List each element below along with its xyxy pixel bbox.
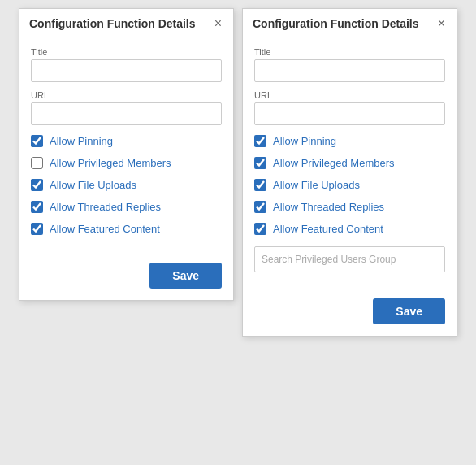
dialog-2-title-label: Title: [254, 47, 445, 57]
dialog-1: Configuration Function Details × Title U…: [19, 8, 234, 301]
dialog-1-body: Title URL Allow Pinning Allow Privileged…: [19, 37, 233, 254]
dialog-2-allow-featured-content-label[interactable]: Allow Featured Content: [273, 223, 383, 235]
dialog-1-title-field: Title: [31, 47, 222, 82]
dialog-2-allow-featured-content: Allow Featured Content: [254, 223, 445, 235]
dialog-2-search-privileged-input[interactable]: [254, 246, 445, 272]
dialog-1-allow-threaded-replies: Allow Threaded Replies: [31, 201, 222, 213]
dialog-2-header: Configuration Function Details ×: [243, 9, 457, 37]
dialog-2-allow-file-uploads-label[interactable]: Allow File Uploads: [273, 179, 360, 191]
dialog-1-allow-file-uploads-checkbox[interactable]: [31, 179, 43, 191]
dialog-2: Configuration Function Details × Title U…: [242, 8, 457, 337]
dialog-1-allow-threaded-replies-label[interactable]: Allow Threaded Replies: [50, 201, 161, 213]
dialog-2-save-button[interactable]: Save: [373, 298, 445, 324]
dialog-2-allow-threaded-replies-checkbox[interactable]: [254, 201, 266, 213]
dialog-2-allow-pinning-checkbox[interactable]: [254, 135, 266, 147]
dialog-2-allow-pinning-label[interactable]: Allow Pinning: [273, 135, 336, 147]
dialog-2-footer: Save: [243, 290, 457, 336]
dialog-1-url-label: URL: [31, 90, 222, 100]
dialog-1-allow-privileged-checkbox[interactable]: [31, 157, 43, 169]
dialog-2-url-input[interactable]: [254, 102, 445, 125]
dialog-1-allow-file-uploads-label[interactable]: Allow File Uploads: [50, 179, 136, 191]
dialog-2-allow-threaded-replies: Allow Threaded Replies: [254, 201, 445, 213]
dialog-1-allow-privileged: Allow Privileged Members: [31, 157, 222, 169]
dialog-2-allow-privileged-checkbox[interactable]: [254, 157, 266, 169]
dialog-2-title-field: Title: [254, 47, 445, 82]
dialog-2-allow-featured-content-checkbox[interactable]: [254, 223, 266, 235]
dialog-2-close-button[interactable]: ×: [436, 17, 447, 30]
dialog-2-title: Configuration Function Details: [253, 17, 419, 30]
dialog-2-url-field: URL: [254, 90, 445, 125]
dialog-2-allow-threaded-replies-label[interactable]: Allow Threaded Replies: [273, 201, 384, 213]
dialog-2-allow-file-uploads: Allow File Uploads: [254, 179, 445, 191]
dialog-1-url-input[interactable]: [31, 102, 222, 125]
dialog-1-title-input[interactable]: [31, 59, 222, 82]
dialog-1-allow-featured-content-label[interactable]: Allow Featured Content: [50, 223, 160, 235]
dialog-1-allow-featured-content: Allow Featured Content: [31, 223, 222, 235]
dialog-2-url-label: URL: [254, 90, 445, 100]
dialog-2-title-input[interactable]: [254, 59, 445, 82]
dialog-1-allow-pinning-checkbox[interactable]: [31, 135, 43, 147]
dialog-1-allow-pinning: Allow Pinning: [31, 135, 222, 147]
dialog-2-allow-file-uploads-checkbox[interactable]: [254, 179, 266, 191]
dialog-1-url-field: URL: [31, 90, 222, 125]
dialog-1-allow-featured-content-checkbox[interactable]: [31, 223, 43, 235]
dialog-1-close-button[interactable]: ×: [213, 17, 223, 30]
dialog-1-header: Configuration Function Details ×: [19, 9, 233, 37]
dialog-2-body: Title URL Allow Pinning Allow Privileged…: [243, 37, 457, 290]
dialog-1-title: Configuration Function Details: [29, 17, 196, 30]
dialog-2-search-field: [254, 246, 445, 272]
dialog-1-footer: Save: [19, 254, 233, 300]
dialog-1-allow-privileged-label[interactable]: Allow Privileged Members: [50, 157, 171, 169]
dialog-2-allow-privileged: Allow Privileged Members: [254, 157, 445, 169]
dialog-1-allow-file-uploads: Allow File Uploads: [31, 179, 222, 191]
dialog-1-title-label: Title: [31, 47, 222, 57]
dialog-1-save-button[interactable]: Save: [149, 263, 222, 289]
dialog-1-allow-threaded-replies-checkbox[interactable]: [31, 201, 43, 213]
dialog-2-allow-privileged-label[interactable]: Allow Privileged Members: [273, 157, 395, 169]
dialog-1-allow-pinning-label[interactable]: Allow Pinning: [50, 135, 113, 147]
dialog-2-allow-pinning: Allow Pinning: [254, 135, 445, 147]
